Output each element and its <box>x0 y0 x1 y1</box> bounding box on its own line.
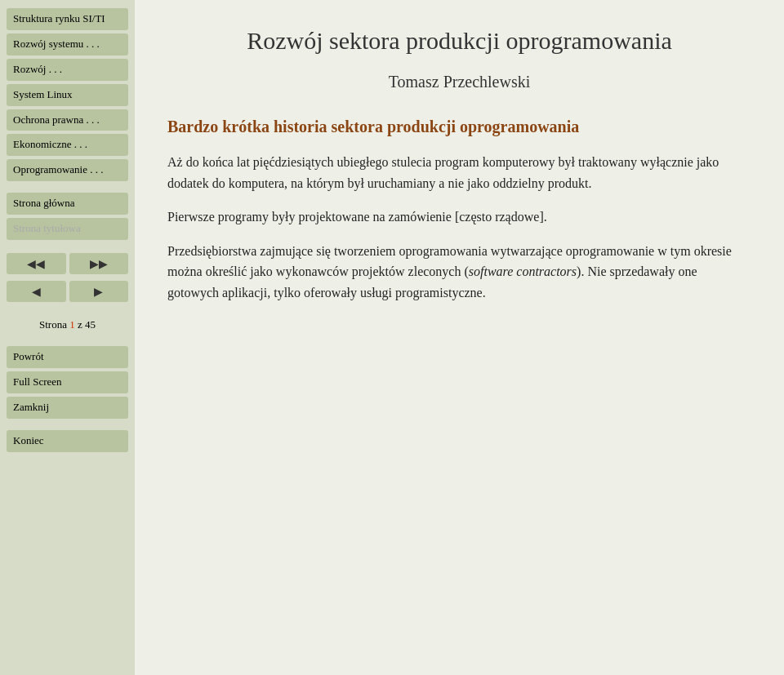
prev-button[interactable]: ◀ <box>7 281 66 302</box>
zamknij-button[interactable]: Zamknij <box>7 397 128 419</box>
strona-glowna-button[interactable]: Strona główna <box>7 193 128 215</box>
main-title: Rozwój sektora produkcji oprogramowania <box>167 24 751 56</box>
paragraph-1: Aż do końca lat pięćdziesiątych ubiegłeg… <box>167 152 751 193</box>
next-button[interactable]: ▶ <box>69 281 129 302</box>
italic-software-contractors: software contractors <box>469 264 577 278</box>
sidebar-item-ekonomiczne[interactable]: Ekonomiczne . . . <box>7 134 128 156</box>
sidebar-item-ochrona[interactable]: Ochrona prawna . . . <box>7 109 128 131</box>
sidebar-item-oprogramowanie[interactable]: Oprogramowanie . . . <box>7 159 128 181</box>
prev-next-controls: ◀ ▶ <box>7 281 128 302</box>
koniec-button[interactable]: Koniec <box>7 430 128 452</box>
page-separator: z <box>78 318 82 331</box>
paragraph-2: Pierwsze programy były projektowane na z… <box>167 206 751 228</box>
sidebar-item-system-linux[interactable]: System Linux <box>7 84 128 106</box>
main-content: Rozwój sektora produkcji oprogramowania … <box>135 0 784 675</box>
page-current: 1 <box>69 318 75 331</box>
powrot-button[interactable]: Powrót <box>7 346 128 368</box>
page-indicator: Strona 1 z 45 <box>7 315 128 335</box>
strona-tytulowa-button[interactable]: Strona tytułowa <box>7 218 128 240</box>
page-label: Strona <box>39 318 67 331</box>
sidebar: Struktura rynku SI/TI Rozwój systemu . .… <box>0 0 135 675</box>
author-name: Tomasz Przechlewski <box>167 73 751 91</box>
forward-button[interactable]: ▶▶ <box>69 253 129 274</box>
sidebar-item-rozwoj[interactable]: Rozwój . . . <box>7 59 128 81</box>
sidebar-item-struktury[interactable]: Struktura rynku SI/TI <box>7 8 128 30</box>
full-screen-button[interactable]: Full Screen <box>7 371 128 393</box>
page-total: 45 <box>85 318 96 331</box>
sidebar-item-rozwoj-systemu[interactable]: Rozwój systemu . . . <box>7 33 128 56</box>
rewind-button[interactable]: ◀◀ <box>7 253 66 274</box>
paragraph-3: Przedsiębiorstwa zajmujące się tworzenie… <box>167 241 751 304</box>
fast-nav-controls: ◀◀ ▶▶ <box>7 253 128 274</box>
section-heading: Bardzo krótka historia sektora produkcji… <box>167 116 751 137</box>
